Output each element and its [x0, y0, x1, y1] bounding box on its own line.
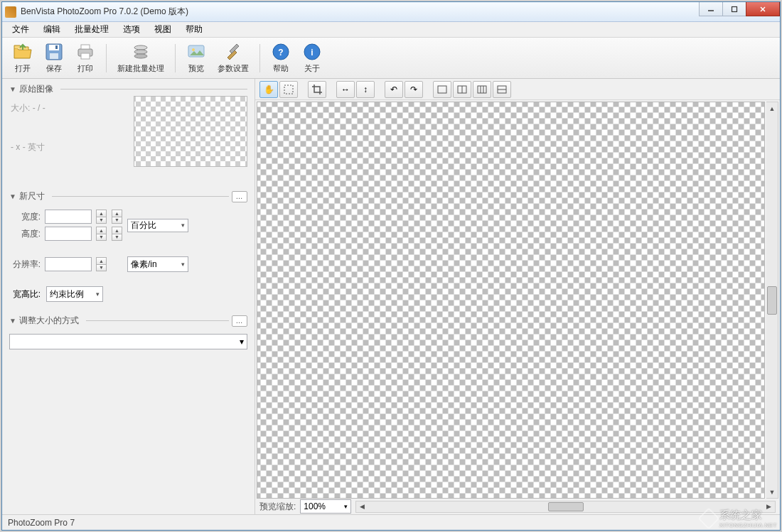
- layout-split-h-button[interactable]: [453, 81, 471, 98]
- minimize-button[interactable]: [699, 2, 723, 16]
- section-new-size[interactable]: ▼ 新尺寸 …: [9, 190, 247, 202]
- collapse-icon: ▼: [9, 317, 16, 325]
- svg-point-13: [134, 54, 147, 58]
- layout-stack-icon: [497, 85, 507, 94]
- height-label: 高度:: [9, 228, 41, 240]
- height-spinner[interactable]: ▲▼: [96, 227, 107, 241]
- flip-h-icon: ↔: [341, 85, 350, 94]
- width-label: 宽度:: [9, 211, 41, 223]
- collapse-icon: ▼: [9, 85, 16, 93]
- rotate-right-button[interactable]: ↷: [405, 81, 423, 98]
- about-button[interactable]: i 关于: [297, 40, 327, 77]
- height-lock[interactable]: ▲▼: [112, 227, 122, 241]
- horizontal-scrollbar[interactable]: ◀ ▶: [355, 501, 776, 513]
- main-toolbar: 打开 保存 打印 新建批量处理 预览 参数设置 ? 帮助 i: [2, 38, 780, 79]
- svg-rect-9: [81, 45, 90, 49]
- menu-file[interactable]: 文件: [6, 22, 35, 37]
- menu-batch[interactable]: 批量处理: [69, 22, 114, 37]
- svg-text:i: i: [311, 48, 313, 58]
- status-text: PhotoZoom Pro 7: [8, 518, 75, 528]
- section-original-image[interactable]: ▼ 原始图像: [9, 83, 247, 95]
- resize-method-dropdown[interactable]: ▾: [9, 334, 247, 349]
- layout-stack-button[interactable]: [493, 81, 511, 98]
- info-icon: i: [302, 42, 322, 62]
- svg-rect-21: [438, 86, 446, 93]
- layout-hsplit-icon: [457, 85, 467, 94]
- layout-single-button[interactable]: [433, 81, 451, 98]
- marquee-icon: [284, 85, 294, 94]
- canvas-toolbar: ✋ ↔ ↕ ↶ ↷: [255, 79, 780, 100]
- app-window: BenVista PhotoZoom Pro 7.0.2 (Demo 版本) 文…: [1, 1, 781, 531]
- select-tool-button[interactable]: [279, 81, 298, 98]
- help-icon: ?: [271, 42, 291, 62]
- rotate-ccw-icon: ↶: [390, 85, 397, 94]
- printer-icon: [75, 42, 95, 62]
- aspect-dropdown[interactable]: 约束比例▾: [46, 286, 103, 302]
- newsize-more-button[interactable]: …: [232, 191, 247, 202]
- width-lock[interactable]: ▲▼: [112, 210, 122, 224]
- settings-button[interactable]: 参数设置: [213, 40, 254, 77]
- svg-rect-6: [50, 53, 58, 59]
- menu-view[interactable]: 视图: [149, 22, 177, 37]
- collapse-icon: ▼: [9, 192, 16, 200]
- preview-button[interactable]: 预览: [181, 40, 211, 77]
- menubar: 文件 编辑 批量处理 选项 视图 帮助: [2, 22, 780, 38]
- crop-tool-button[interactable]: [308, 81, 326, 98]
- flip-v-icon: ↕: [363, 85, 368, 94]
- menu-options[interactable]: 选项: [117, 22, 146, 37]
- svg-point-15: [192, 48, 195, 51]
- toolbar-separator: [259, 44, 260, 72]
- toolbar-separator: [106, 44, 107, 72]
- resolution-input[interactable]: [45, 257, 92, 271]
- resolution-spinner[interactable]: ▲▼: [96, 257, 107, 271]
- window-title: BenVista PhotoZoom Pro 7.0.2 (Demo 版本): [21, 6, 188, 18]
- svg-rect-10: [81, 53, 90, 59]
- width-input[interactable]: [45, 210, 92, 224]
- flip-v-button[interactable]: ↕: [356, 81, 375, 98]
- svg-rect-1: [732, 6, 737, 11]
- rotate-cw-icon: ↷: [410, 85, 417, 94]
- close-button[interactable]: [746, 2, 780, 16]
- floppy-icon: [44, 42, 64, 62]
- aspect-label: 宽高比:: [9, 288, 41, 300]
- svg-rect-20: [284, 85, 293, 94]
- new-batch-button[interactable]: 新建批量处理: [112, 40, 169, 77]
- height-input[interactable]: [45, 227, 92, 241]
- titlebar[interactable]: BenVista PhotoZoom Pro 7.0.2 (Demo 版本): [2, 2, 780, 22]
- svg-point-12: [134, 50, 147, 54]
- layout-split-v-button[interactable]: [473, 81, 491, 98]
- batch-icon: [131, 42, 151, 62]
- svg-point-11: [134, 45, 147, 50]
- save-button[interactable]: 保存: [39, 40, 69, 77]
- preview-icon: [186, 42, 206, 62]
- menu-edit[interactable]: 编辑: [38, 22, 66, 37]
- print-button[interactable]: 打印: [70, 40, 100, 77]
- hand-icon: ✋: [264, 85, 274, 94]
- crop-icon: [312, 85, 322, 94]
- zoom-label: 预览缩放:: [259, 501, 296, 513]
- preview-canvas[interactable]: [257, 102, 765, 499]
- layout-single-icon: [437, 85, 447, 94]
- svg-rect-7: [55, 45, 58, 49]
- zoom-dropdown[interactable]: 100%▾: [300, 499, 351, 514]
- unit-dropdown[interactable]: 百分比▾: [127, 219, 188, 232]
- maximize-button[interactable]: [722, 2, 746, 16]
- section-resize-method[interactable]: ▼ 调整大小的方式 …: [9, 315, 247, 327]
- menu-help[interactable]: 帮助: [180, 22, 208, 37]
- resolution-label: 分辨率:: [9, 259, 41, 271]
- open-button[interactable]: 打开: [8, 40, 38, 77]
- original-thumbnail: [134, 96, 247, 167]
- resolution-unit-dropdown[interactable]: 像素/in▾: [127, 256, 188, 272]
- flip-h-button[interactable]: ↔: [336, 81, 355, 98]
- content-area: ▼ 原始图像 大小: - / - - x - 英寸 ▼ 新尺寸 … 宽度: ▲▼…: [2, 79, 780, 514]
- rotate-left-button[interactable]: ↶: [385, 81, 403, 98]
- width-spinner[interactable]: ▲▼: [96, 210, 107, 224]
- vertical-scrollbar[interactable]: ▲ ▼: [766, 102, 778, 499]
- app-icon: [5, 6, 16, 18]
- resize-more-button[interactable]: …: [232, 315, 247, 327]
- tools-icon: [223, 42, 243, 62]
- svg-text:?: ?: [278, 48, 283, 58]
- pan-tool-button[interactable]: ✋: [259, 81, 278, 98]
- help-button[interactable]: ? 帮助: [266, 40, 296, 77]
- toolbar-separator: [175, 44, 176, 72]
